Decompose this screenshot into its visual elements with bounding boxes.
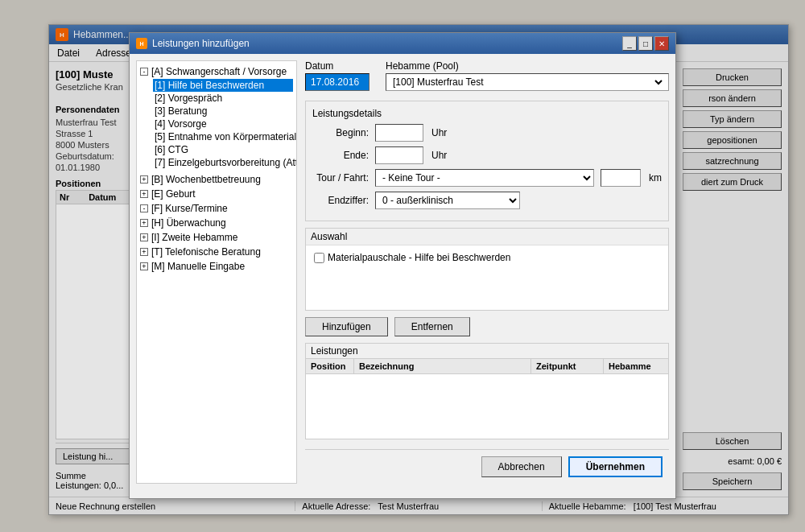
form-panel: Datum 17.08.2016 Hebamme (Pool) [100] Mu… <box>305 60 669 484</box>
tree-group-b[interactable]: + [B] Wochenbettbetreuung <box>140 172 293 187</box>
tree-group-b-label: [B] Wochenbettbetreuung <box>151 174 261 185</box>
expand-m-icon: + <box>140 262 148 270</box>
tour-row: Tour / Fahrt: - Keine Tour - km <box>312 169 662 187</box>
hinzufuegen-button[interactable]: Hinzufügen <box>305 317 388 336</box>
ende-input[interactable] <box>375 146 423 164</box>
tree-group-e[interactable]: + [E] Geburt <box>140 187 293 201</box>
leistungen-header: Position Bezeichnung Zeitpunkt Hebamme <box>306 359 668 374</box>
expand-e-icon: + <box>140 190 148 198</box>
expand-icon: - <box>140 68 148 76</box>
tour-label: Tour / Fahrt: <box>312 172 369 184</box>
beginn-label: Beginn: <box>312 127 369 138</box>
auswahl-title: Auswahl <box>306 229 668 245</box>
hebamme-select[interactable]: [100] Musterfrau Test <box>390 76 665 89</box>
tree-group-e-label: [E] Geburt <box>151 188 196 200</box>
km-input[interactable] <box>601 169 641 187</box>
ende-row: Ende: Uhr <box>312 146 662 164</box>
tree-group-i-label: [I] Zweite Hebamme <box>151 232 237 243</box>
auswahl-container: Auswahl Materialpauschale - Hilfe bei Be… <box>305 228 669 311</box>
ende-label: Ende: <box>312 150 369 161</box>
uhr1-label: Uhr <box>431 127 447 138</box>
col-hebamme: Hebamme <box>604 359 668 373</box>
leistungen-body <box>306 374 668 439</box>
auswahl-body: Materialpauschale - Hilfe bei Beschwerde… <box>306 245 668 310</box>
tree-group-i[interactable]: + [I] Zweite Hebamme <box>140 230 293 245</box>
header-date-row: Datum 17.08.2016 Hebamme (Pool) [100] Mu… <box>305 60 669 91</box>
col-bezeichnung: Bezeichnung <box>354 359 531 373</box>
material-label: Materialpauschale - Hilfe bei Beschwerde… <box>328 252 510 263</box>
tree-group-t-label: [T] Telefonische Beratung <box>151 246 261 258</box>
uhr2-label: Uhr <box>431 150 447 161</box>
dialog-title: Leistungen hinzufügen <box>152 38 250 49</box>
expand-i-icon: + <box>140 233 148 241</box>
date-col: Datum 17.08.2016 <box>305 60 369 91</box>
dialog-icon: H <box>136 38 147 49</box>
tree-group-f-label: [F] Kurse/Termine <box>151 203 228 214</box>
hebamme-label: Hebamme (Pool) <box>386 60 669 72</box>
leistungen-box: Leistungen Position Bezeichnung Zeitpunk… <box>305 343 669 439</box>
tour-select[interactable]: - Keine Tour - <box>375 169 594 187</box>
col-position: Position <box>306 359 354 373</box>
date-value: 17.08.2016 <box>311 76 359 88</box>
minimize-button[interactable]: _ <box>622 36 637 51</box>
dialog-footer: Abbrechen Übernehmen <box>305 449 669 484</box>
tree-item-4[interactable]: [4] Vorsorge <box>153 118 293 130</box>
tree-group-m[interactable]: + [M] Manuelle Eingabe <box>140 259 293 274</box>
maximize-button[interactable]: □ <box>638 36 653 51</box>
hebamme-select-container: [100] Musterfrau Test <box>386 73 669 91</box>
tree-item-7[interactable]: [7] Einzelgeburtsvorbereitung (Attest) <box>153 156 293 169</box>
expand-b-icon: + <box>140 175 148 184</box>
datum-label: Datum <box>305 60 369 72</box>
endziffer-label: Endziffer: <box>312 195 369 206</box>
tree-panel: - [A] Schwangerschaft / Vorsorge [1] Hil… <box>136 60 297 484</box>
expand-h-icon: + <box>140 219 148 227</box>
close-button[interactable]: ✕ <box>654 36 669 51</box>
dialog-title-left: H Leistungen hinzufügen <box>136 38 250 49</box>
tree-root[interactable]: - [A] Schwangerschaft / Vorsorge <box>140 64 293 79</box>
tree-item-3[interactable]: [3] Beratung <box>153 105 293 118</box>
expand-f-icon: - <box>140 204 148 212</box>
material-checkbox[interactable] <box>314 253 324 263</box>
beginn-input[interactable] <box>375 124 423 142</box>
date-input[interactable]: 17.08.2016 <box>305 73 369 91</box>
action-buttons: Hinzufügen Entfernen <box>305 317 669 336</box>
tree-group-m-label: [M] Manuelle Eingabe <box>151 261 245 272</box>
km-label: km <box>649 172 662 184</box>
dialog-controls: _ □ ✕ <box>622 36 669 51</box>
tree-root-label: [A] Schwangerschaft / Vorsorge <box>151 66 287 77</box>
dialog-main: - [A] Schwangerschaft / Vorsorge [1] Hil… <box>130 54 675 490</box>
cancel-button[interactable]: Abbrechen <box>481 456 562 477</box>
tree-item-5[interactable]: [5] Entnahme von Körpermaterial <box>153 130 293 143</box>
endziffer-row: Endziffer: 0 - außerklinisch <box>312 192 662 209</box>
beginn-row: Beginn: Uhr <box>312 124 662 142</box>
ok-button[interactable]: Übernehmen <box>568 456 663 477</box>
tree-group-t[interactable]: + [T] Telefonische Beratung <box>140 245 293 259</box>
leistungen-title: Leistungen <box>306 344 668 359</box>
tree-group-h[interactable]: + [H] Überwachung <box>140 216 293 230</box>
leistungsdetails-title: Leistungsdetails <box>312 108 662 119</box>
tree-group-f[interactable]: - [F] Kurse/Termine <box>140 201 293 216</box>
tree-groups: + [B] Wochenbettbetreuung + [E] Geburt -… <box>140 172 293 274</box>
tree-children-a: [1] Hilfe bei Beschwerden [2] Vorgespräc… <box>140 79 293 169</box>
tree-item-2[interactable]: [2] Vorgespräch <box>153 92 293 105</box>
expand-t-icon: + <box>140 248 148 256</box>
tree-item-1[interactable]: [1] Hilfe bei Beschwerden <box>153 79 293 92</box>
dialog: H Leistungen hinzufügen _ □ ✕ - [A] Schw… <box>129 32 676 499</box>
leistungsdetails-box: Leistungsdetails Beginn: Uhr Ende: Uhr T… <box>305 101 669 221</box>
tree-group-h-label: [H] Überwachung <box>151 217 226 229</box>
dialog-titlebar: H Leistungen hinzufügen _ □ ✕ <box>130 33 675 54</box>
tree-item-6[interactable]: [6] CTG <box>153 143 293 156</box>
entfernen-button[interactable]: Entfernen <box>394 317 470 336</box>
checkbox-row: Materialpauschale - Hilfe bei Beschwerde… <box>311 250 663 265</box>
hebamme-col: Hebamme (Pool) [100] Musterfrau Test <box>386 60 669 91</box>
col-zeitpunkt: Zeitpunkt <box>531 359 604 373</box>
endziffer-select[interactable]: 0 - außerklinisch <box>375 192 520 209</box>
modal-overlay: H Leistungen hinzufügen _ □ ✕ - [A] Schw… <box>0 0 805 532</box>
